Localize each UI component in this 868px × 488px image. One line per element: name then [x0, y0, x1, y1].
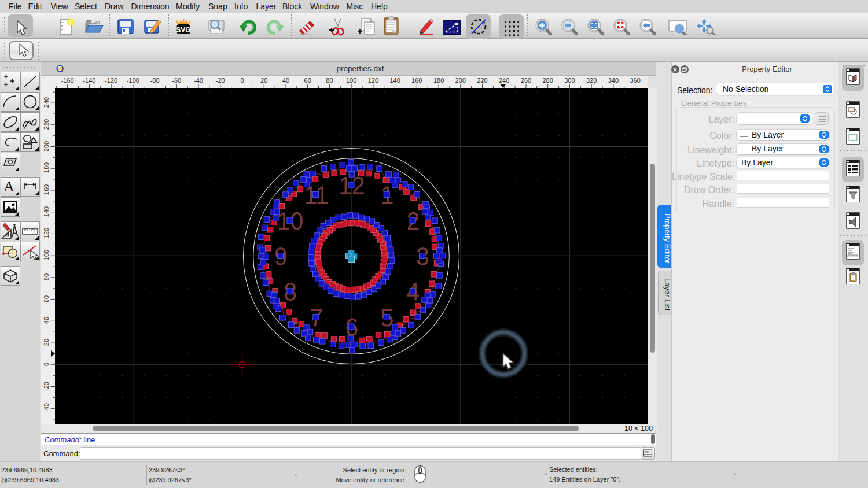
svg-text:SVG: SVG: [176, 26, 190, 34]
